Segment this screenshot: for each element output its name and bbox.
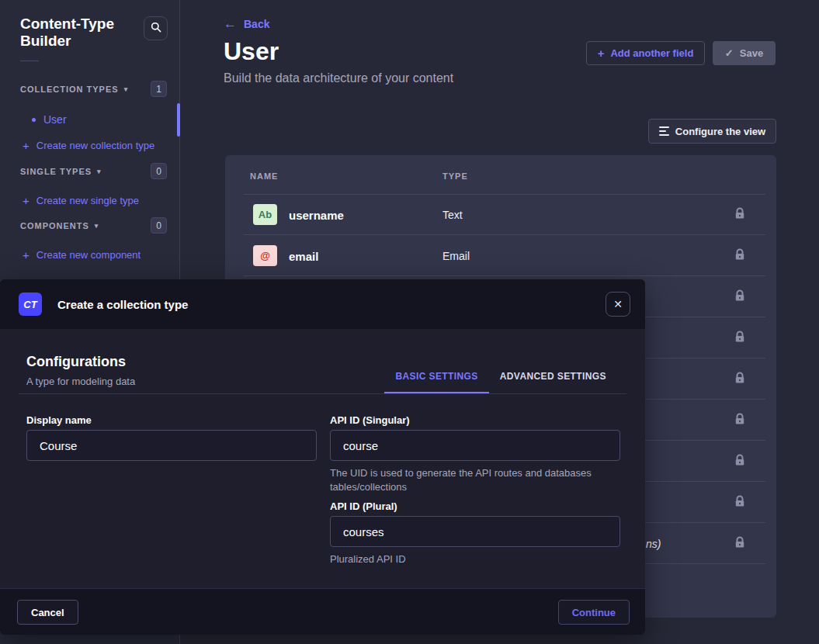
plus-icon: + xyxy=(598,47,605,59)
page-title: User xyxy=(224,37,279,66)
plus-icon: + xyxy=(23,140,29,151)
back-link[interactable]: ← Back xyxy=(224,17,269,30)
save-button[interactable]: ✓ Save xyxy=(713,41,776,65)
configure-label: Configure the view xyxy=(675,126,765,137)
lock-icon xyxy=(734,495,745,511)
search-button[interactable] xyxy=(144,16,168,40)
configure-view-button[interactable]: Configure the view xyxy=(648,119,776,144)
chevron-down-icon: ▾ xyxy=(97,168,102,175)
section-label: COLLECTION TYPES xyxy=(20,85,119,94)
api-id-singular-field[interactable] xyxy=(330,430,620,461)
section-label: SINGLE TYPES xyxy=(20,167,92,176)
modal-heading: Configurations xyxy=(26,354,126,370)
api-id-plural-hint: Pluralized API ID xyxy=(330,552,598,566)
tab-basic-settings[interactable]: BASIC SETTINGS xyxy=(384,360,488,394)
components-count: 0 xyxy=(151,217,167,234)
create-component-link[interactable]: + Create new component xyxy=(23,249,141,261)
lock-icon xyxy=(734,331,745,346)
close-icon: ✕ xyxy=(613,298,623,310)
modal-title: Create a collection type xyxy=(57,298,188,311)
search-icon xyxy=(151,22,161,35)
back-arrow-icon: ← xyxy=(224,17,237,30)
api-id-singular-label: API ID (Singular) xyxy=(330,414,410,426)
app-title: Content-Type Builder xyxy=(20,16,137,50)
column-header-name: NAME xyxy=(250,171,278,181)
table-row-email[interactable]: @ email Email xyxy=(225,235,776,276)
continue-button[interactable]: Continue xyxy=(558,600,630,625)
section-collection-types[interactable]: COLLECTION TYPES ▾ xyxy=(20,85,128,94)
column-header-type: TYPE xyxy=(442,171,468,181)
lock-icon xyxy=(734,289,745,305)
section-single-types[interactable]: SINGLE TYPES ▾ xyxy=(20,167,102,176)
collection-types-count: 1 xyxy=(151,81,167,97)
tab-advanced-settings[interactable]: ADVANCED SETTINGS xyxy=(489,360,617,394)
plus-icon: + xyxy=(23,249,29,261)
cancel-button[interactable]: Cancel xyxy=(17,600,78,625)
create-link-label: Create new component xyxy=(36,249,141,261)
add-another-field-button[interactable]: + Add another field xyxy=(586,41,705,65)
field-type: Text xyxy=(442,209,463,221)
modal-footer: Cancel Continue xyxy=(0,588,645,635)
lock-icon xyxy=(734,536,745,552)
save-label: Save xyxy=(740,47,763,59)
api-id-plural-label: API ID (Plural) xyxy=(330,500,397,512)
email-field-type-icon: @ xyxy=(253,245,277,266)
display-name-label: Display name xyxy=(26,414,92,426)
create-single-type-link[interactable]: + Create new single type xyxy=(23,195,139,206)
field-type-partial: ns) xyxy=(646,538,661,550)
field-name: username xyxy=(289,208,344,221)
create-link-label: Create new single type xyxy=(36,195,139,206)
lock-icon xyxy=(734,207,745,223)
lock-icon xyxy=(734,372,745,387)
back-label: Back xyxy=(244,18,269,30)
single-types-count: 0 xyxy=(151,163,167,179)
modal-subheading: A type for modeling data xyxy=(26,376,135,387)
api-id-singular-hint: The UID is used to generate the API rout… xyxy=(330,466,598,493)
check-icon: ✓ xyxy=(725,47,734,59)
sidebar-item-label: User xyxy=(43,113,67,126)
chevron-down-icon: ▾ xyxy=(95,222,99,230)
create-collection-type-link[interactable]: + Create new collection type xyxy=(23,140,154,151)
lock-icon xyxy=(734,454,745,469)
page-subtitle: Build the data architecture of your cont… xyxy=(224,71,453,85)
lock-icon xyxy=(734,248,745,264)
display-name-field[interactable] xyxy=(26,430,317,461)
add-field-label: Add another field xyxy=(610,47,693,59)
section-label: COMPONENTS xyxy=(20,221,89,230)
tabs-divider xyxy=(19,393,626,394)
field-name: email xyxy=(289,249,318,262)
chevron-down-icon: ▾ xyxy=(124,85,129,93)
bullet-icon xyxy=(32,118,36,122)
create-collection-type-modal: CT Create a collection type ✕ Configurat… xyxy=(0,279,645,635)
api-id-plural-field[interactable] xyxy=(330,516,620,547)
lock-icon xyxy=(734,413,745,428)
modal-header: CT Create a collection type ✕ xyxy=(0,279,645,329)
active-item-indicator xyxy=(177,103,180,137)
close-button[interactable]: ✕ xyxy=(606,292,630,317)
sidebar-divider xyxy=(20,61,39,61)
filter-icon xyxy=(659,126,669,136)
text-field-type-icon: Ab xyxy=(253,204,277,225)
create-link-label: Create new collection type xyxy=(36,140,154,151)
table-row-username[interactable]: Ab username Text xyxy=(225,194,776,235)
field-type: Email xyxy=(442,250,470,262)
sidebar-item-user[interactable]: User xyxy=(0,106,179,133)
settings-tabs: BASIC SETTINGS ADVANCED SETTINGS xyxy=(384,360,617,394)
content-type-badge: CT xyxy=(19,293,42,316)
section-components[interactable]: COMPONENTS ▾ xyxy=(20,221,99,230)
plus-icon: + xyxy=(23,195,29,206)
